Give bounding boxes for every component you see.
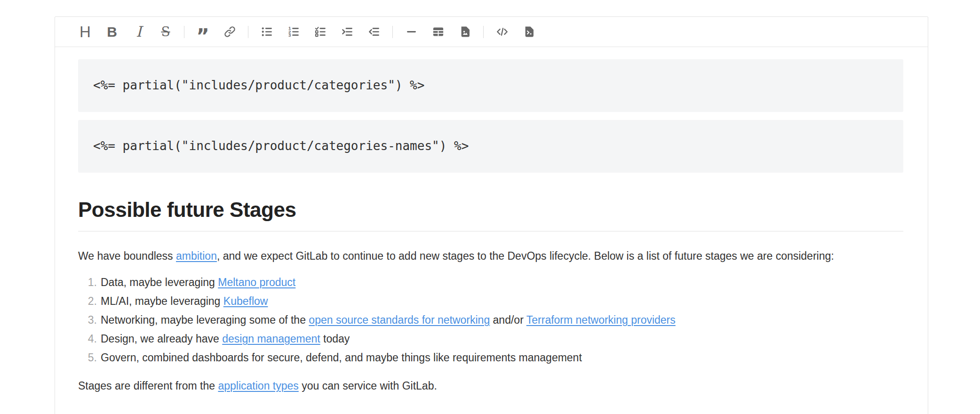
table-button[interactable]: [430, 22, 446, 42]
text-run: you can service with GitLab.: [299, 380, 437, 392]
italic-button[interactable]: I: [130, 22, 147, 42]
list-item-networking: 3.Networking, maybe leveraging some of t…: [78, 310, 903, 329]
list-item-govern: 5.Govern, combined dashboards for secure…: [78, 348, 903, 367]
numbered-list-icon: 1 2 3: [287, 25, 300, 38]
list-item-design: 4.Design, we already have design managem…: [78, 329, 903, 348]
indent-icon: [341, 25, 354, 38]
code-block-categories[interactable]: <%= partial("includes/product/categories…: [78, 59, 903, 112]
heading-button[interactable]: H: [77, 22, 94, 42]
markdown-editor: H B I S ” 1 2 3: [55, 16, 928, 414]
task-list-button[interactable]: [312, 22, 329, 42]
list-marker: 2.: [78, 292, 97, 310]
code-block-categories-names[interactable]: <%= partial("includes/product/categories…: [78, 120, 903, 173]
horizontal-rule-icon: [405, 25, 418, 38]
text-run: Design, we already have: [101, 333, 222, 345]
indent-button[interactable]: [339, 22, 356, 42]
link-ambition[interactable]: ambition: [176, 250, 217, 262]
code-file-icon: [523, 25, 535, 38]
link-kubeflow[interactable]: Kubeflow: [223, 295, 268, 307]
outdent-icon: [368, 25, 381, 38]
code-text: <%= partial("includes/product/categories…: [93, 78, 424, 92]
link-meltano-product[interactable]: Meltano product: [218, 276, 295, 288]
text-run: Networking, maybe leveraging some of the: [101, 314, 309, 326]
svg-text:3: 3: [288, 32, 291, 38]
intro-paragraph: We have boundless ambition, and we expec…: [78, 247, 903, 265]
outro-paragraph: Stages are different from the applicatio…: [78, 376, 903, 395]
italic-icon: I: [136, 24, 142, 39]
text-run: , and we expect GitLab to continue to ad…: [217, 250, 834, 262]
list-marker: 3.: [78, 310, 97, 329]
bold-button[interactable]: B: [104, 22, 120, 42]
code-block-button[interactable]: [520, 22, 537, 42]
list-marker: 5.: [78, 348, 97, 367]
link-terraform-providers[interactable]: Terraform networking providers: [526, 314, 676, 326]
toolbar-divider: [184, 26, 184, 38]
text-run: and/or: [490, 314, 526, 326]
list-marker: 1.: [78, 273, 97, 292]
code-text: <%= partial("includes/product/categories…: [93, 139, 469, 153]
text-run: We have boundless: [78, 250, 176, 262]
list-item-data: 1.Data, maybe leveraging Meltano product: [78, 273, 903, 292]
link-design-management[interactable]: design management: [222, 333, 320, 345]
link-open-source-standards[interactable]: open source standards for networking: [309, 314, 490, 326]
numbered-list-button[interactable]: 1 2 3: [285, 22, 302, 42]
inline-code-button[interactable]: [494, 22, 510, 42]
section-heading: Possible future Stages: [78, 198, 903, 231]
future-stages-list: 1.Data, maybe leveraging Meltano product…: [78, 273, 903, 367]
blockquote-button[interactable]: ”: [194, 22, 211, 42]
horizontal-rule-button[interactable]: [403, 22, 420, 42]
outdent-button[interactable]: [366, 22, 382, 42]
link-application-types[interactable]: application types: [218, 380, 298, 392]
toolbar-divider: [483, 26, 484, 38]
editor-content-area[interactable]: <%= partial("includes/product/categories…: [55, 47, 928, 414]
task-list-icon: [314, 25, 327, 38]
text-run: Data, maybe leveraging: [101, 276, 218, 288]
bulleted-list-icon: [261, 25, 273, 38]
text-run: today: [320, 333, 350, 345]
image-file-icon: [459, 25, 471, 38]
heading-icon: H: [80, 24, 91, 40]
text-run: Govern, combined dashboards for secure, …: [101, 351, 582, 364]
bold-icon: B: [107, 25, 117, 39]
toolbar-divider: [392, 26, 393, 38]
link-button[interactable]: [221, 22, 238, 42]
text-run: ML/AI, maybe leveraging: [101, 295, 223, 307]
text-run: Stages are different from the: [78, 380, 218, 392]
insert-image-button[interactable]: [456, 22, 473, 42]
bulleted-list-button[interactable]: [258, 22, 275, 42]
strikethrough-button[interactable]: S: [157, 22, 174, 42]
code-icon: [496, 25, 509, 38]
strikethrough-icon: S: [161, 25, 170, 39]
link-icon: [223, 25, 236, 38]
table-icon: [432, 25, 445, 38]
list-marker: 4.: [78, 329, 97, 348]
toolbar-divider: [248, 26, 248, 38]
editor-toolbar: H B I S ” 1 2 3: [55, 17, 928, 47]
list-item-ml-ai: 2.ML/AI, maybe leveraging Kubeflow: [78, 292, 903, 310]
